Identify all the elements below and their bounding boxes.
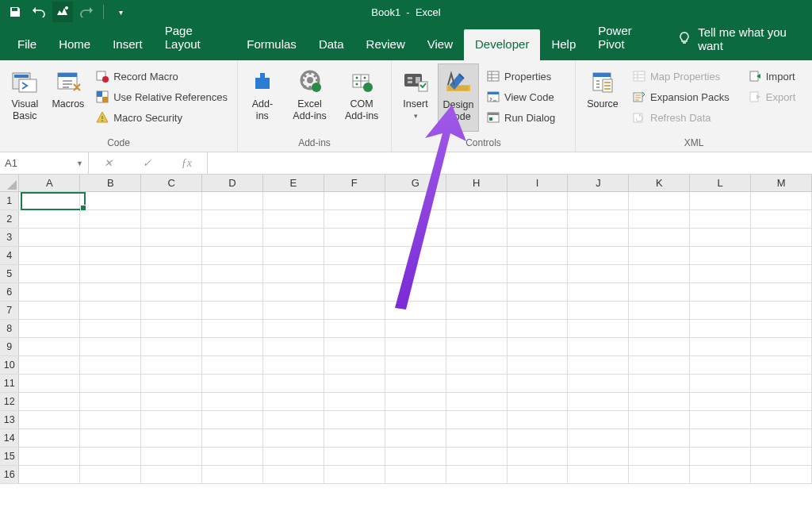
cell[interactable]	[141, 229, 202, 246]
cell[interactable]	[508, 192, 569, 209]
cell[interactable]	[19, 338, 80, 356]
cell[interactable]	[263, 338, 324, 356]
cell[interactable]	[690, 411, 751, 429]
qat-custom-button[interactable]	[52, 2, 73, 22]
cell[interactable]	[202, 429, 263, 447]
cell[interactable]	[568, 247, 629, 264]
row-header[interactable]: 2	[0, 210, 19, 228]
cell[interactable]	[751, 302, 812, 319]
row-header[interactable]: 6	[0, 283, 19, 301]
cell[interactable]	[446, 320, 508, 337]
cell[interactable]	[446, 375, 508, 392]
properties-button[interactable]: Properties	[482, 67, 560, 86]
cell[interactable]	[263, 247, 324, 264]
cell[interactable]	[385, 320, 446, 337]
cell[interactable]	[385, 247, 446, 264]
cell[interactable]	[446, 411, 508, 429]
tab-view[interactable]: View	[416, 29, 464, 60]
cell[interactable]	[263, 375, 324, 392]
cell[interactable]	[446, 466, 508, 483]
cell[interactable]	[19, 192, 80, 209]
cell[interactable]	[324, 338, 385, 356]
cell[interactable]	[324, 265, 385, 282]
row-header[interactable]: 11	[0, 375, 19, 392]
cell[interactable]	[324, 302, 385, 319]
view-code-button[interactable]: View Code	[482, 87, 560, 106]
cell[interactable]	[568, 448, 629, 465]
save-button[interactable]	[5, 2, 25, 22]
cell[interactable]	[446, 356, 508, 374]
cell[interactable]	[568, 192, 629, 209]
cell[interactable]	[568, 411, 629, 429]
use-relative-references-button[interactable]: Use Relative References	[91, 87, 232, 106]
cell[interactable]	[629, 247, 690, 264]
cell[interactable]	[690, 320, 751, 337]
cell[interactable]	[141, 393, 202, 410]
cell[interactable]	[690, 338, 751, 356]
cell[interactable]	[80, 338, 141, 356]
cell[interactable]	[385, 448, 446, 465]
cell[interactable]	[446, 302, 508, 319]
cell[interactable]	[751, 411, 812, 429]
formula-input[interactable]	[208, 152, 812, 174]
cell[interactable]	[19, 466, 80, 483]
fx-icon[interactable]: ƒx	[182, 157, 192, 170]
record-macro-button[interactable]: Record Macro	[91, 67, 232, 86]
cell[interactable]	[385, 338, 446, 356]
cell[interactable]	[19, 210, 80, 228]
cell[interactable]	[263, 320, 324, 337]
cell[interactable]	[263, 302, 324, 319]
cell[interactable]	[446, 429, 508, 447]
cell[interactable]	[629, 429, 690, 447]
cell[interactable]	[324, 210, 385, 228]
cell[interactable]	[141, 302, 202, 319]
cell[interactable]	[446, 265, 508, 282]
cell[interactable]	[508, 393, 569, 410]
cell[interactable]	[629, 302, 690, 319]
cell[interactable]	[202, 210, 263, 228]
cell[interactable]	[508, 210, 569, 228]
cell[interactable]	[324, 356, 385, 374]
cell[interactable]	[324, 283, 385, 301]
cell[interactable]	[446, 283, 508, 301]
cell[interactable]	[80, 283, 141, 301]
cell[interactable]	[568, 375, 629, 392]
cell[interactable]	[690, 448, 751, 465]
cell[interactable]	[202, 375, 263, 392]
qat-customize-dropdown[interactable]: ▾	[110, 2, 131, 22]
cell[interactable]	[751, 429, 812, 447]
row-header[interactable]: 5	[0, 265, 19, 282]
row-header[interactable]: 4	[0, 247, 19, 264]
cell[interactable]	[19, 375, 80, 392]
cell[interactable]	[80, 320, 141, 337]
design-mode-button[interactable]: Design Mode	[438, 63, 479, 132]
cell[interactable]	[324, 320, 385, 337]
row-header[interactable]: 3	[0, 229, 19, 246]
cell[interactable]	[202, 320, 263, 337]
cell[interactable]	[385, 192, 446, 209]
cell[interactable]	[324, 247, 385, 264]
cell[interactable]	[629, 320, 690, 337]
cell[interactable]	[202, 302, 263, 319]
cell[interactable]	[568, 356, 629, 374]
column-header[interactable]: H	[446, 175, 508, 191]
cell[interactable]	[508, 320, 569, 337]
cell[interactable]	[385, 375, 446, 392]
cell[interactable]	[141, 466, 202, 483]
cell[interactable]	[202, 283, 263, 301]
cell[interactable]	[568, 210, 629, 228]
cell[interactable]	[324, 192, 385, 209]
column-header[interactable]: A	[19, 175, 80, 191]
cell[interactable]	[568, 302, 629, 319]
cell[interactable]	[141, 247, 202, 264]
cell[interactable]	[629, 338, 690, 356]
row-header[interactable]: 7	[0, 302, 19, 319]
cell[interactable]	[446, 210, 508, 228]
cell[interactable]	[19, 356, 80, 374]
cell[interactable]	[19, 247, 80, 264]
cell[interactable]	[141, 283, 202, 301]
cell[interactable]	[385, 210, 446, 228]
cell[interactable]	[263, 429, 324, 447]
column-header[interactable]: G	[385, 175, 446, 191]
cell[interactable]	[629, 229, 690, 246]
